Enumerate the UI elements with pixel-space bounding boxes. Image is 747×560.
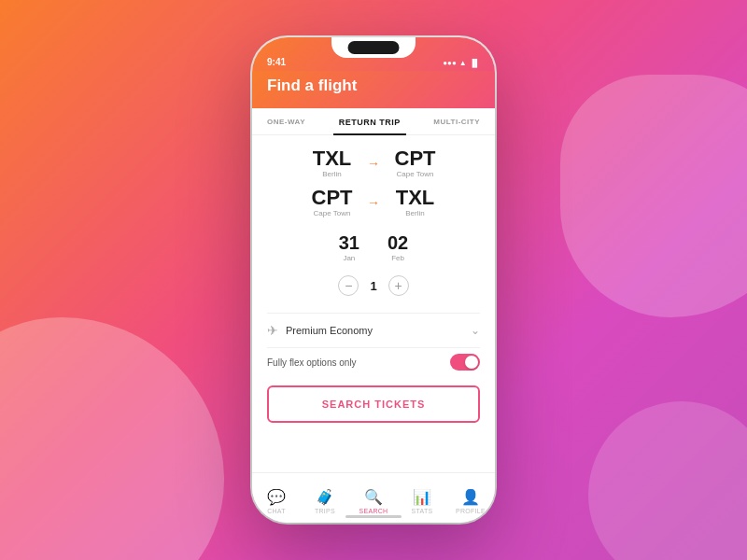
nav-stats[interactable]: 📊 STATS: [398, 483, 446, 514]
page-title: Find a flight: [267, 77, 480, 95]
class-label: Premium Economy: [286, 325, 463, 336]
nav-trips[interactable]: 🧳 TRIPS: [301, 483, 349, 514]
wifi-icon: ▲: [459, 59, 467, 67]
destination-1: CPT Cape Town: [389, 148, 441, 178]
phone-device: 9:41 ●●● ▲ ▐▌ Find a flight ONE-WAY RETU…: [252, 37, 495, 523]
tab-one-way[interactable]: ONE-WAY: [267, 108, 311, 134]
signal-icon: ●●●: [443, 59, 457, 67]
decrease-passengers-button[interactable]: −: [338, 275, 359, 296]
class-selector[interactable]: ✈ Premium Economy ⌄: [252, 314, 495, 347]
return-date: 02 Feb: [388, 232, 408, 262]
arrow-icon-2: →: [367, 195, 380, 210]
bg-blob-right: [560, 75, 747, 317]
trip-type-tabs: ONE-WAY RETURN TRIP MULTI-CITY: [252, 108, 495, 135]
depart-month: Jan: [339, 254, 359, 262]
return-month: Feb: [388, 254, 408, 262]
nav-chat[interactable]: 💬 CHAT: [252, 483, 301, 514]
increase-passengers-button[interactable]: +: [388, 275, 409, 296]
dates-row[interactable]: 31 Jan 02 Feb: [267, 227, 480, 272]
tab-return-trip[interactable]: RETURN TRIP: [333, 108, 406, 134]
home-indicator: [345, 515, 402, 518]
passenger-count: 1: [370, 279, 376, 293]
class-icon: ✈: [267, 323, 278, 338]
nav-profile-label: PROFILE: [456, 508, 486, 514]
dest-city-2: Berlin: [389, 209, 441, 217]
dest-city-1: Cape Town: [389, 170, 441, 178]
notch-camera: [348, 41, 400, 54]
phone-shell: 9:41 ●●● ▲ ▐▌ Find a flight ONE-WAY RETU…: [252, 37, 495, 523]
origin-city-1: Berlin: [306, 170, 358, 178]
nav-search-label: SEARCH: [359, 508, 388, 514]
search-btn-wrapper: SEARCH TICKETS: [252, 382, 495, 436]
flex-toggle-row: Fully flex options only: [252, 348, 495, 382]
stats-icon: 📊: [413, 488, 431, 506]
depart-date: 31 Jan: [339, 232, 359, 262]
tab-multi-city[interactable]: MULTI-CITY: [428, 108, 480, 134]
dest-code-1: CPT: [389, 148, 441, 169]
origin-code-1: TXL: [306, 148, 358, 169]
routes-section: TXL Berlin → CPT Cape Town CPT Cape Town: [252, 135, 495, 313]
flex-toggle[interactable]: [450, 354, 480, 371]
flex-label: Fully flex options only: [267, 357, 450, 368]
profile-icon: 👤: [461, 488, 480, 506]
trips-icon: 🧳: [316, 488, 334, 506]
phone-body: ONE-WAY RETURN TRIP MULTI-CITY TXL Berli…: [252, 108, 495, 436]
arrow-icon-1: →: [367, 156, 380, 171]
origin-2: CPT Cape Town: [306, 188, 358, 217]
nav-profile[interactable]: 👤 PROFILE: [446, 483, 495, 514]
app-header: Find a flight: [252, 71, 495, 108]
dest-code-2: TXL: [389, 188, 441, 208]
route-row-outbound[interactable]: TXL Berlin → CPT Cape Town: [267, 148, 480, 178]
chat-icon: 💬: [267, 488, 286, 506]
search-tickets-button[interactable]: SEARCH TICKETS: [267, 385, 480, 423]
nav-trips-label: TRIPS: [315, 508, 335, 514]
return-day: 02: [388, 232, 408, 254]
origin-city-2: Cape Town: [306, 209, 358, 217]
origin-1: TXL Berlin: [306, 148, 358, 178]
nav-search[interactable]: 🔍 SEARCH: [349, 483, 398, 514]
phone-notch: [331, 37, 416, 58]
battery-icon: ▐▌: [470, 59, 480, 67]
nav-stats-label: STATS: [411, 508, 432, 514]
nav-chat-label: CHAT: [267, 508, 286, 514]
route-row-return[interactable]: CPT Cape Town → TXL Berlin: [267, 188, 480, 217]
passengers-row: − 1 +: [267, 272, 480, 305]
origin-code-2: CPT: [306, 188, 358, 208]
depart-day: 31: [339, 232, 359, 254]
chevron-down-icon: ⌄: [471, 324, 480, 337]
status-icons: ●●● ▲ ▐▌: [443, 59, 480, 67]
destination-2: TXL Berlin: [389, 188, 441, 217]
status-time: 9:41: [267, 57, 286, 67]
search-icon: 🔍: [364, 488, 383, 506]
toggle-thumb: [465, 356, 478, 369]
